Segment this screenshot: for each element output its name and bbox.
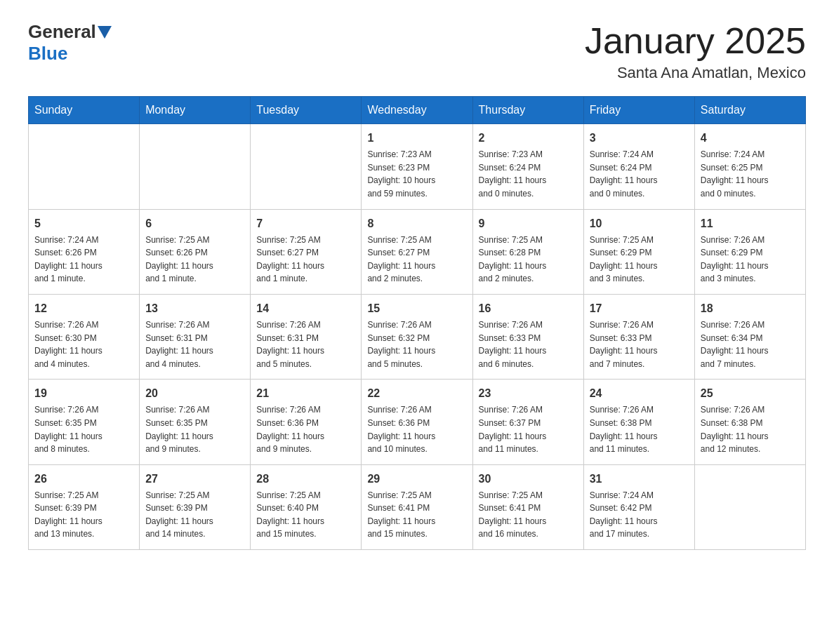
- calendar-week-row: 19Sunrise: 7:26 AMSunset: 6:35 PMDayligh…: [29, 380, 806, 464]
- day-number: 7: [256, 215, 355, 232]
- day-number: 29: [367, 471, 466, 488]
- day-info: Sunrise: 7:23 AMSunset: 6:23 PMDaylight:…: [367, 148, 466, 200]
- calendar-cell: [251, 124, 362, 209]
- calendar-cell: 7Sunrise: 7:25 AMSunset: 6:27 PMDaylight…: [251, 209, 362, 294]
- calendar-cell: 23Sunrise: 7:26 AMSunset: 6:37 PMDayligh…: [472, 380, 583, 464]
- day-number: 19: [34, 385, 133, 402]
- calendar-cell: 6Sunrise: 7:25 AMSunset: 6:26 PMDaylight…: [140, 209, 251, 294]
- month-title: January 2025: [585, 21, 806, 61]
- day-info: Sunrise: 7:26 AMSunset: 6:36 PMDaylight:…: [256, 403, 355, 455]
- calendar-cell: 17Sunrise: 7:26 AMSunset: 6:33 PMDayligh…: [583, 294, 694, 379]
- calendar-cell: 19Sunrise: 7:26 AMSunset: 6:35 PMDayligh…: [29, 380, 140, 464]
- calendar-cell: 30Sunrise: 7:25 AMSunset: 6:41 PMDayligh…: [472, 464, 583, 549]
- day-info: Sunrise: 7:26 AMSunset: 6:32 PMDaylight:…: [367, 318, 466, 370]
- calendar-cell: 9Sunrise: 7:25 AMSunset: 6:28 PMDaylight…: [472, 209, 583, 294]
- calendar-cell: 21Sunrise: 7:26 AMSunset: 6:36 PMDayligh…: [251, 380, 362, 464]
- calendar-cell: 2Sunrise: 7:23 AMSunset: 6:24 PMDaylight…: [472, 124, 583, 209]
- day-info: Sunrise: 7:26 AMSunset: 6:36 PMDaylight:…: [367, 403, 466, 455]
- day-info: Sunrise: 7:23 AMSunset: 6:24 PMDaylight:…: [479, 148, 578, 200]
- day-number: 28: [256, 471, 355, 488]
- day-info: Sunrise: 7:25 AMSunset: 6:39 PMDaylight:…: [145, 489, 244, 541]
- day-number: 3: [590, 130, 689, 147]
- title-block: January 2025 Santa Ana Amatlan, Mexico: [585, 21, 806, 82]
- calendar-cell: 25Sunrise: 7:26 AMSunset: 6:38 PMDayligh…: [694, 380, 805, 464]
- day-number: 2: [479, 130, 578, 147]
- calendar-cell: 15Sunrise: 7:26 AMSunset: 6:32 PMDayligh…: [362, 294, 472, 379]
- day-info: Sunrise: 7:26 AMSunset: 6:31 PMDaylight:…: [145, 318, 244, 370]
- day-info: Sunrise: 7:26 AMSunset: 6:29 PMDaylight:…: [701, 234, 800, 286]
- day-info: Sunrise: 7:25 AMSunset: 6:29 PMDaylight:…: [590, 234, 689, 286]
- calendar-week-row: 12Sunrise: 7:26 AMSunset: 6:30 PMDayligh…: [29, 294, 806, 379]
- calendar-cell: 22Sunrise: 7:26 AMSunset: 6:36 PMDayligh…: [362, 380, 472, 464]
- day-number: 15: [367, 300, 466, 317]
- calendar-cell: 1Sunrise: 7:23 AMSunset: 6:23 PMDaylight…: [362, 124, 472, 209]
- weekday-header-friday: Friday: [583, 97, 694, 124]
- day-info: Sunrise: 7:25 AMSunset: 6:41 PMDaylight:…: [367, 489, 466, 541]
- calendar-table: SundayMondayTuesdayWednesdayThursdayFrid…: [28, 96, 806, 550]
- calendar-week-row: 5Sunrise: 7:24 AMSunset: 6:26 PMDaylight…: [29, 209, 806, 294]
- day-number: 4: [701, 130, 800, 147]
- day-number: 8: [367, 215, 466, 232]
- day-info: Sunrise: 7:26 AMSunset: 6:33 PMDaylight:…: [479, 318, 578, 370]
- calendar-cell: 27Sunrise: 7:25 AMSunset: 6:39 PMDayligh…: [140, 464, 251, 549]
- location-title: Santa Ana Amatlan, Mexico: [585, 64, 806, 82]
- day-number: 30: [479, 471, 578, 488]
- day-number: 24: [590, 385, 689, 402]
- calendar-cell: 16Sunrise: 7:26 AMSunset: 6:33 PMDayligh…: [472, 294, 583, 379]
- calendar-cell: 31Sunrise: 7:24 AMSunset: 6:42 PMDayligh…: [583, 464, 694, 549]
- day-number: 22: [367, 385, 466, 402]
- day-info: Sunrise: 7:24 AMSunset: 6:25 PMDaylight:…: [701, 148, 800, 200]
- day-number: 16: [479, 300, 578, 317]
- day-number: 11: [701, 215, 800, 232]
- day-info: Sunrise: 7:25 AMSunset: 6:39 PMDaylight:…: [34, 489, 133, 541]
- day-number: 6: [145, 215, 244, 232]
- day-number: 14: [256, 300, 355, 317]
- day-info: Sunrise: 7:25 AMSunset: 6:40 PMDaylight:…: [256, 489, 355, 541]
- calendar-cell: 18Sunrise: 7:26 AMSunset: 6:34 PMDayligh…: [694, 294, 805, 379]
- day-info: Sunrise: 7:25 AMSunset: 6:26 PMDaylight:…: [145, 234, 244, 286]
- day-number: 17: [590, 300, 689, 317]
- logo-triangle-icon: [98, 26, 112, 39]
- day-number: 20: [145, 385, 244, 402]
- logo: General Blue: [28, 21, 113, 65]
- day-info: Sunrise: 7:26 AMSunset: 6:35 PMDaylight:…: [145, 403, 244, 455]
- calendar-cell: 11Sunrise: 7:26 AMSunset: 6:29 PMDayligh…: [694, 209, 805, 294]
- day-info: Sunrise: 7:26 AMSunset: 6:33 PMDaylight:…: [590, 318, 689, 370]
- day-info: Sunrise: 7:24 AMSunset: 6:26 PMDaylight:…: [34, 234, 133, 286]
- day-number: 18: [701, 300, 800, 317]
- day-info: Sunrise: 7:25 AMSunset: 6:41 PMDaylight:…: [479, 489, 578, 541]
- calendar-cell: 28Sunrise: 7:25 AMSunset: 6:40 PMDayligh…: [251, 464, 362, 549]
- calendar-cell: 29Sunrise: 7:25 AMSunset: 6:41 PMDayligh…: [362, 464, 472, 549]
- day-info: Sunrise: 7:25 AMSunset: 6:27 PMDaylight:…: [256, 234, 355, 286]
- day-number: 25: [701, 385, 800, 402]
- calendar-cell: 10Sunrise: 7:25 AMSunset: 6:29 PMDayligh…: [583, 209, 694, 294]
- day-number: 10: [590, 215, 689, 232]
- day-info: Sunrise: 7:26 AMSunset: 6:35 PMDaylight:…: [34, 403, 133, 455]
- calendar-cell: 14Sunrise: 7:26 AMSunset: 6:31 PMDayligh…: [251, 294, 362, 379]
- calendar-cell: 24Sunrise: 7:26 AMSunset: 6:38 PMDayligh…: [583, 380, 694, 464]
- logo-blue-text: Blue: [28, 43, 67, 64]
- day-number: 1: [367, 130, 466, 147]
- calendar-cell: 12Sunrise: 7:26 AMSunset: 6:30 PMDayligh…: [29, 294, 140, 379]
- page-header: General Blue January 2025 Santa Ana Amat…: [28, 21, 806, 82]
- calendar-week-row: 26Sunrise: 7:25 AMSunset: 6:39 PMDayligh…: [29, 464, 806, 549]
- weekday-header-row: SundayMondayTuesdayWednesdayThursdayFrid…: [29, 97, 806, 124]
- weekday-header-monday: Monday: [140, 97, 251, 124]
- calendar-cell: 20Sunrise: 7:26 AMSunset: 6:35 PMDayligh…: [140, 380, 251, 464]
- day-info: Sunrise: 7:24 AMSunset: 6:24 PMDaylight:…: [590, 148, 689, 200]
- day-info: Sunrise: 7:25 AMSunset: 6:28 PMDaylight:…: [479, 234, 578, 286]
- calendar-cell: 8Sunrise: 7:25 AMSunset: 6:27 PMDaylight…: [362, 209, 472, 294]
- day-info: Sunrise: 7:26 AMSunset: 6:37 PMDaylight:…: [479, 403, 578, 455]
- day-info: Sunrise: 7:26 AMSunset: 6:34 PMDaylight:…: [701, 318, 800, 370]
- calendar-cell: 13Sunrise: 7:26 AMSunset: 6:31 PMDayligh…: [140, 294, 251, 379]
- day-number: 21: [256, 385, 355, 402]
- day-number: 31: [590, 471, 689, 488]
- calendar-week-row: 1Sunrise: 7:23 AMSunset: 6:23 PMDaylight…: [29, 124, 806, 209]
- day-info: Sunrise: 7:26 AMSunset: 6:38 PMDaylight:…: [701, 403, 800, 455]
- calendar-cell: 3Sunrise: 7:24 AMSunset: 6:24 PMDaylight…: [583, 124, 694, 209]
- weekday-header-tuesday: Tuesday: [251, 97, 362, 124]
- calendar-cell: 4Sunrise: 7:24 AMSunset: 6:25 PMDaylight…: [694, 124, 805, 209]
- day-number: 13: [145, 300, 244, 317]
- day-info: Sunrise: 7:26 AMSunset: 6:30 PMDaylight:…: [34, 318, 133, 370]
- weekday-header-saturday: Saturday: [694, 97, 805, 124]
